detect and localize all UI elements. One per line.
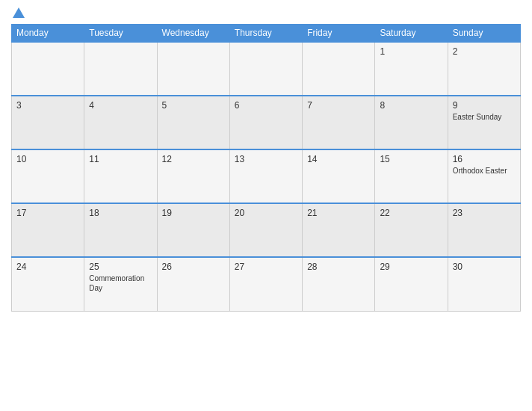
day-number: 16 — [453, 154, 516, 164]
calendar-cell — [157, 42, 229, 96]
calendar-cell: 9Easter Sunday — [448, 96, 520, 149]
calendar-cell: 25Commemoration Day — [84, 257, 157, 311]
holiday-label: Commemoration Day — [89, 274, 152, 293]
calendar-cell: 23 — [448, 203, 520, 257]
calendar-cell: 2 — [448, 42, 520, 96]
day-number: 25 — [89, 262, 152, 272]
day-number: 21 — [307, 208, 370, 218]
day-number: 29 — [380, 262, 442, 272]
calendar-cell — [229, 42, 302, 96]
day-number: 8 — [380, 100, 442, 111]
calendar-cell: 20 — [229, 203, 302, 257]
calendar-cell: 8 — [375, 96, 448, 149]
day-number: 2 — [453, 46, 516, 57]
calendar-cell — [12, 42, 84, 96]
calendar-cell: 30 — [448, 257, 520, 311]
calendar-cell: 19 — [157, 203, 229, 257]
weekday-sunday: Sunday — [448, 25, 520, 43]
calendar-cell: 24 — [12, 257, 84, 311]
calendar-cell: 16Orthodox Easter — [448, 149, 520, 203]
logo — [11, 7, 26, 18]
week-row-2: 3456789Easter Sunday — [12, 96, 521, 149]
day-number: 20 — [235, 208, 297, 218]
day-number: 24 — [16, 262, 79, 272]
week-row-1: 12 — [12, 42, 521, 96]
weekday-tuesday: Tuesday — [84, 25, 157, 43]
holiday-label: Easter Sunday — [453, 112, 516, 122]
day-number: 26 — [162, 262, 225, 272]
calendar-cell: 21 — [303, 203, 375, 257]
calendar-cell: 10 — [12, 149, 84, 203]
day-number: 23 — [453, 208, 516, 218]
day-number: 10 — [16, 154, 79, 164]
day-number: 5 — [162, 100, 225, 111]
calendar-cell: 28 — [303, 257, 375, 311]
header — [11, 7, 521, 18]
calendar-cell: 1 — [375, 42, 448, 96]
calendar-cell: 18 — [84, 203, 157, 257]
day-number: 19 — [162, 208, 225, 218]
day-number: 15 — [380, 154, 442, 164]
day-number: 22 — [380, 208, 442, 218]
week-row-4: 17181920212223 — [12, 203, 521, 257]
day-number: 4 — [89, 100, 152, 111]
calendar-cell: 6 — [229, 96, 302, 149]
holiday-label: Orthodox Easter — [453, 166, 516, 176]
day-number: 14 — [307, 154, 370, 164]
calendar-cell — [84, 42, 157, 96]
calendar-cell: 15 — [375, 149, 448, 203]
day-number: 30 — [453, 262, 516, 272]
calendar-cell: 11 — [84, 149, 157, 203]
day-number: 18 — [89, 208, 152, 218]
day-number: 7 — [307, 100, 370, 111]
calendar-cell: 29 — [375, 257, 448, 311]
week-row-5: 2425Commemoration Day2627282930 — [12, 257, 521, 311]
weekday-saturday: Saturday — [375, 25, 448, 43]
day-number: 6 — [235, 100, 297, 111]
calendar-table: MondayTuesdayWednesdayThursdayFridaySatu… — [11, 24, 521, 312]
day-number: 3 — [16, 100, 79, 111]
weekday-monday: Monday — [12, 25, 84, 43]
calendar-cell: 5 — [157, 96, 229, 149]
weekday-header-row: MondayTuesdayWednesdayThursdayFridaySatu… — [12, 25, 521, 43]
calendar-cell: 7 — [303, 96, 375, 149]
calendar-cell: 27 — [229, 257, 302, 311]
calendar-cell: 14 — [303, 149, 375, 203]
logo-triangle-icon — [13, 7, 25, 18]
calendar-cell: 3 — [12, 96, 84, 149]
calendar-cell: 22 — [375, 203, 448, 257]
calendar-page: MondayTuesdayWednesdayThursdayFridaySatu… — [0, 0, 532, 411]
day-number: 28 — [307, 262, 370, 272]
calendar-cell: 26 — [157, 257, 229, 311]
calendar-cell — [303, 42, 375, 96]
week-row-3: 10111213141516Orthodox Easter — [12, 149, 521, 203]
day-number: 11 — [89, 154, 152, 164]
weekday-thursday: Thursday — [229, 25, 302, 43]
calendar-cell: 4 — [84, 96, 157, 149]
day-number: 1 — [380, 46, 442, 57]
day-number: 12 — [162, 154, 225, 164]
day-number: 17 — [16, 208, 79, 218]
weekday-friday: Friday — [303, 25, 375, 43]
day-number: 27 — [235, 262, 297, 272]
day-number: 13 — [235, 154, 297, 164]
day-number: 9 — [453, 100, 516, 111]
calendar-cell: 13 — [229, 149, 302, 203]
weekday-wednesday: Wednesday — [157, 25, 229, 43]
calendar-cell: 12 — [157, 149, 229, 203]
calendar-cell: 17 — [12, 203, 84, 257]
